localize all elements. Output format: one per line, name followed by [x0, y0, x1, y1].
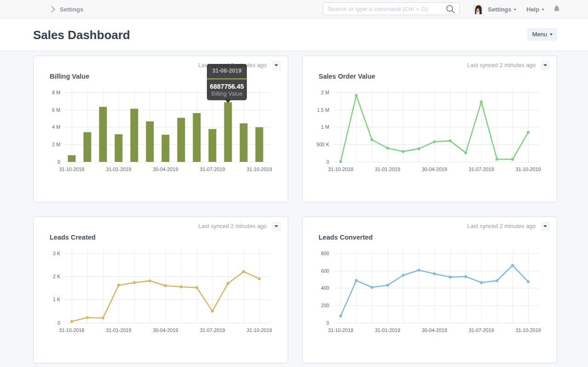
svg-text:6 M: 6 M — [52, 107, 60, 113]
svg-text:0: 0 — [57, 159, 60, 165]
svg-text:0: 0 — [326, 159, 329, 165]
svg-text:500 K: 500 K — [316, 142, 329, 147]
svg-text:31-10-2018: 31-10-2018 — [59, 327, 84, 333]
svg-text:200: 200 — [321, 303, 329, 308]
svg-text:31-10-2019: 31-10-2019 — [246, 327, 272, 333]
svg-text:31-01-2019: 31-01-2019 — [106, 327, 131, 333]
svg-text:31-07-2019: 31-07-2019 — [200, 166, 225, 172]
svg-text:31-07-2019: 31-07-2019 — [200, 327, 225, 333]
svg-text:31-01-2019: 31-01-2019 — [375, 327, 400, 333]
svg-text:1 K: 1 K — [53, 297, 60, 302]
svg-text:800: 800 — [321, 251, 329, 256]
svg-text:31-01-2019: 31-01-2019 — [106, 166, 131, 172]
svg-text:31-07-2019: 31-07-2019 — [468, 166, 494, 172]
svg-text:0: 0 — [326, 320, 329, 326]
svg-text:1 M: 1 M — [321, 124, 329, 130]
svg-text:4 M: 4 M — [52, 124, 60, 130]
svg-text:30-04-2019: 30-04-2019 — [422, 327, 447, 333]
svg-text:30-04-2019: 30-04-2019 — [153, 327, 178, 333]
svg-text:8 M: 8 M — [52, 90, 60, 95]
svg-text:0: 0 — [57, 320, 60, 326]
svg-text:400: 400 — [321, 285, 329, 291]
svg-text:600: 600 — [321, 268, 329, 274]
svg-text:31-01-2019: 31-01-2019 — [375, 166, 400, 172]
svg-text:2 K: 2 K — [53, 274, 60, 279]
svg-text:30-04-2019: 30-04-2019 — [422, 166, 447, 172]
svg-text:31-10-2019: 31-10-2019 — [515, 327, 541, 333]
svg-text:31-07-2019: 31-07-2019 — [468, 327, 494, 333]
svg-text:31-10-2019: 31-10-2019 — [515, 166, 541, 172]
svg-text:31-10-2019: 31-10-2019 — [246, 166, 272, 172]
svg-text:31-10-2018: 31-10-2018 — [328, 166, 353, 172]
svg-text:2 M: 2 M — [321, 90, 329, 95]
svg-text:1.5 M: 1.5 M — [317, 107, 330, 113]
svg-text:31-10-2018: 31-10-2018 — [328, 327, 353, 333]
svg-text:31-10-2018: 31-10-2018 — [59, 166, 84, 172]
svg-text:2 M: 2 M — [52, 142, 60, 147]
svg-text:3 K: 3 K — [53, 251, 60, 256]
svg-text:30-04-2019: 30-04-2019 — [153, 166, 178, 172]
